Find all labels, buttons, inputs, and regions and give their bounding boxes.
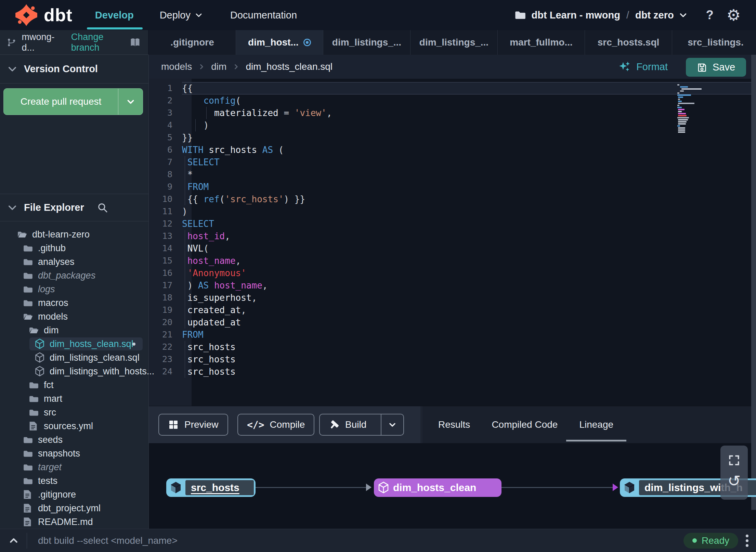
format-button[interactable]: Format bbox=[618, 55, 668, 79]
gear-icon[interactable]: ⚙ bbox=[727, 7, 741, 23]
divider bbox=[27, 533, 27, 549]
reset-view-icon[interactable]: ↺ bbox=[728, 473, 741, 489]
tree-item-mart[interactable]: mart bbox=[0, 392, 148, 406]
tree-item-src[interactable]: src bbox=[0, 406, 148, 419]
tree-item-seeds[interactable]: seeds bbox=[0, 433, 148, 447]
lineage-node-src_hosts[interactable]: src_hosts bbox=[166, 478, 256, 497]
file-explorer-title: File Explorer bbox=[24, 202, 84, 213]
nav-deploy[interactable]: Deploy bbox=[160, 10, 203, 21]
code-line[interactable]: 14 NVL( bbox=[149, 242, 756, 255]
code-line[interactable]: 17 ) AS host_name, bbox=[149, 279, 756, 292]
version-control-header[interactable]: Version Control bbox=[0, 55, 148, 84]
tree-item-tests[interactable]: tests bbox=[0, 474, 148, 488]
code-line[interactable]: 24 src_hosts bbox=[149, 365, 756, 378]
code-line[interactable]: 18 is_superhost, bbox=[149, 292, 756, 304]
vertical-scrollbar[interactable] bbox=[751, 55, 756, 510]
tree-item-dim-listings-with-hosts-[interactable]: dim_listings_with_hosts... bbox=[0, 364, 148, 378]
tree-item-fct[interactable]: fct bbox=[0, 378, 148, 392]
search-icon[interactable] bbox=[97, 202, 108, 213]
folder-icon bbox=[23, 476, 33, 485]
code-line[interactable]: 4 ) bbox=[149, 119, 756, 131]
kebab-menu-icon[interactable] bbox=[746, 535, 748, 547]
minimap[interactable] bbox=[677, 84, 702, 133]
code-line[interactable]: 7 SELECT bbox=[149, 156, 756, 168]
tree-item--github[interactable]: .github bbox=[0, 241, 148, 255]
code-line[interactable]: 6WITH src_hosts AS ( bbox=[149, 144, 756, 156]
editor-tab[interactable]: mart_fullmo... bbox=[498, 30, 585, 55]
tree-item-dbt-project-yml[interactable]: dbt_project.yml bbox=[0, 501, 148, 515]
tab-lineage[interactable]: Lineage bbox=[579, 419, 613, 430]
change-branch-link[interactable]: Change branch bbox=[71, 32, 129, 53]
preview-button[interactable]: Preview bbox=[158, 414, 228, 436]
code-line[interactable]: 1{{ bbox=[149, 82, 756, 94]
tree-item-sources-yml[interactable]: sources.yml bbox=[0, 419, 148, 433]
line-content: src_hosts bbox=[182, 353, 756, 365]
command-input[interactable]: dbt build --select <model_name> bbox=[38, 535, 178, 546]
dbt-logo[interactable]: dbt bbox=[13, 3, 73, 27]
create-pull-request-button[interactable]: Create pull request bbox=[3, 88, 143, 115]
tree-item-dim-listings-clean-sql[interactable]: dim_listings_clean.sql bbox=[0, 351, 148, 364]
build-button[interactable]: Build bbox=[320, 414, 375, 435]
editor-tab[interactable]: src_hosts.sql bbox=[585, 30, 672, 55]
editor-tab[interactable]: dim_host... bbox=[236, 30, 323, 55]
chevron-down-icon bbox=[8, 203, 17, 213]
code-line[interactable]: 8 * bbox=[149, 168, 756, 181]
code-line[interactable]: 9 FROM bbox=[149, 181, 756, 193]
tree-item-analyses[interactable]: analyses bbox=[0, 255, 148, 269]
code-line[interactable]: 15 host_name, bbox=[149, 255, 756, 267]
environment-selector[interactable]: dbt zero bbox=[635, 10, 674, 21]
code-line[interactable]: 2 config( bbox=[149, 94, 756, 107]
tree-item-dim-hosts-clean-sql[interactable]: dim_hosts_clean.sql bbox=[0, 337, 148, 351]
tree-item--gitignore[interactable]: .gitignore bbox=[0, 488, 148, 501]
code-editor[interactable]: 1{{2 config(3 materialized = 'view',4 )5… bbox=[149, 79, 756, 406]
tree-item-target[interactable]: target bbox=[0, 460, 148, 474]
code-line[interactable]: 20 updated_at bbox=[149, 316, 756, 329]
save-button[interactable]: Save bbox=[686, 58, 746, 77]
line-content: materialized = 'view', bbox=[182, 107, 756, 119]
tab-results[interactable]: Results bbox=[438, 419, 470, 430]
lineage-node-dim_hosts_clean[interactable]: dim_hosts_clean bbox=[374, 478, 501, 497]
editor-tab[interactable]: dim_listings_... bbox=[410, 30, 498, 55]
project-name[interactable]: dbt Learn - mwong bbox=[532, 10, 620, 21]
folder-icon bbox=[23, 244, 33, 253]
pr-dropdown-button[interactable] bbox=[118, 89, 143, 115]
tree-item-macros[interactable]: macros bbox=[0, 296, 148, 310]
nav-develop[interactable]: Develop bbox=[95, 10, 134, 21]
code-line[interactable]: 16 'Anonymous' bbox=[149, 267, 756, 279]
editor-tab[interactable]: .gitignore bbox=[149, 30, 236, 55]
help-icon[interactable]: ? bbox=[706, 8, 714, 22]
build-dropdown-button[interactable] bbox=[381, 414, 403, 435]
editor-tab[interactable]: src_listings. bbox=[672, 30, 756, 55]
code-line[interactable]: 23 src_hosts bbox=[149, 353, 756, 365]
chevron-down-icon bbox=[126, 97, 135, 106]
tree-item-snapshots[interactable]: snapshots bbox=[0, 447, 148, 460]
tree-item-dbt-packages[interactable]: dbt_packages bbox=[0, 269, 148, 282]
code-line[interactable]: 19 created_at, bbox=[149, 304, 756, 316]
nav-documentation[interactable]: Documentation bbox=[230, 10, 297, 21]
tree-item-dbt-learn-zero[interactable]: dbt-learn-zero bbox=[0, 228, 148, 241]
code-line[interactable]: 21FROM bbox=[149, 329, 756, 341]
code-line[interactable]: 3 materialized = 'view', bbox=[149, 107, 756, 119]
status-badge[interactable]: Ready bbox=[683, 533, 738, 549]
code-line[interactable]: 11) bbox=[149, 205, 756, 218]
tree-item-label: .github bbox=[38, 243, 66, 254]
tree-item-label: src bbox=[44, 407, 56, 418]
tree-item-readme-md[interactable]: README.md bbox=[0, 515, 148, 529]
file-explorer-header[interactable]: File Explorer bbox=[0, 194, 148, 221]
code-line[interactable]: 12SELECT bbox=[149, 218, 756, 230]
chevron-up-icon[interactable] bbox=[8, 536, 20, 546]
code-line[interactable]: 22 src_hosts bbox=[149, 341, 756, 353]
tree-item-dim[interactable]: dim bbox=[0, 323, 148, 337]
code-line[interactable]: 13 host_id, bbox=[149, 230, 756, 242]
tree-item-logs[interactable]: logs bbox=[0, 282, 148, 296]
chevron-down-icon[interactable] bbox=[679, 11, 688, 20]
fullscreen-icon[interactable] bbox=[728, 454, 741, 467]
tree-item-models[interactable]: models bbox=[0, 310, 148, 323]
save-label: Save bbox=[713, 62, 735, 73]
code-line[interactable]: 10 {{ ref('src_hosts') }} bbox=[149, 193, 756, 205]
tab-compiled-code[interactable]: Compiled Code bbox=[492, 419, 558, 430]
docs-book-icon[interactable] bbox=[129, 37, 141, 48]
code-line[interactable]: 5}} bbox=[149, 131, 756, 144]
compile-button[interactable]: </> Compile bbox=[237, 414, 314, 436]
editor-tab[interactable]: dim_listings_... bbox=[323, 30, 410, 55]
